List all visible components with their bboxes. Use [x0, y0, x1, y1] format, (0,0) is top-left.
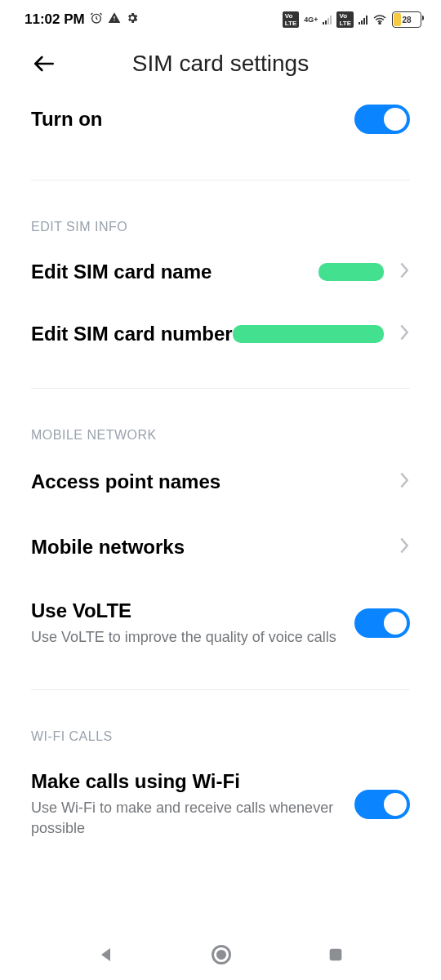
volte-badge-icon: VoLTE — [283, 11, 300, 28]
turn-on-label: Turn on — [31, 108, 103, 131]
status-time: 11:02 PM — [24, 11, 85, 28]
edit-sim-number-row[interactable]: Edit SIM card number — [31, 303, 410, 365]
signal-bars-icon — [323, 15, 332, 24]
wifi-call-toggle[interactable] — [354, 790, 410, 819]
alarm-icon — [90, 11, 103, 29]
apn-row[interactable]: Access point names — [31, 449, 410, 514]
status-right: VoLTE 4G+ VoLTE 28 — [283, 11, 421, 28]
warning-icon — [108, 11, 121, 29]
status-left: 11:02 PM — [24, 11, 139, 29]
mobile-networks-row[interactable]: Mobile networks — [31, 514, 410, 580]
wifi-call-row: Make calls using Wi-Fi Use Wi-Fi to make… — [31, 751, 410, 858]
volte-sub: Use VoLTE to improve the quality of voic… — [31, 627, 354, 647]
volte-badge-icon-2: VoLTE — [336, 11, 354, 28]
back-arrow-icon[interactable] — [31, 51, 57, 80]
nav-recent-icon[interactable] — [327, 946, 345, 967]
nav-back-icon[interactable] — [96, 945, 116, 968]
wifi-icon — [372, 13, 387, 26]
svg-rect-4 — [330, 949, 342, 961]
apn-label: Access point names — [31, 470, 220, 493]
volte-toggle[interactable] — [354, 608, 410, 638]
volte-label: Use VoLTE — [31, 599, 354, 622]
title-bar: SIM card settings — [0, 39, 441, 88]
nav-home-icon[interactable] — [210, 943, 233, 969]
chevron-right-icon — [399, 537, 410, 558]
sim-number-value-redacted — [233, 325, 384, 343]
mobile-networks-label: Mobile networks — [31, 536, 185, 559]
net-4g-label: 4G+ — [304, 16, 318, 24]
gear-icon — [126, 11, 139, 29]
edit-sim-number-label: Edit SIM card number — [31, 323, 233, 345]
chevron-right-icon — [399, 323, 410, 345]
turn-on-row: Turn on — [31, 88, 410, 172]
signal-bars-icon-2 — [359, 15, 368, 24]
volte-row: Use VoLTE Use VoLTE to improve the quali… — [31, 580, 410, 666]
turn-on-toggle[interactable] — [354, 105, 410, 134]
edit-sim-name-label: Edit SIM card name — [31, 261, 212, 283]
wifi-call-label: Make calls using Wi-Fi — [31, 770, 354, 793]
chevron-right-icon — [399, 471, 410, 492]
battery-icon: 28 — [392, 11, 421, 28]
svg-point-3 — [217, 951, 225, 958]
wifi-call-sub: Use Wi-Fi to make and receive calls when… — [31, 798, 354, 838]
sim-name-value-redacted — [318, 263, 384, 281]
page-title: SIM card settings — [0, 51, 441, 77]
android-nav-bar — [0, 933, 441, 980]
chevron-right-icon — [399, 261, 410, 283]
battery-percent: 28 — [393, 16, 421, 24]
section-mobile-network: MOBILE NETWORK — [31, 389, 410, 449]
svg-point-1 — [379, 23, 381, 24]
section-wifi-calls: WI-FI CALLS — [31, 690, 410, 751]
section-edit-sim-info: EDIT SIM INFO — [31, 180, 410, 241]
edit-sim-name-row[interactable]: Edit SIM card name — [31, 241, 410, 303]
status-bar: 11:02 PM VoLTE 4G+ VoLTE 28 — [0, 0, 441, 39]
